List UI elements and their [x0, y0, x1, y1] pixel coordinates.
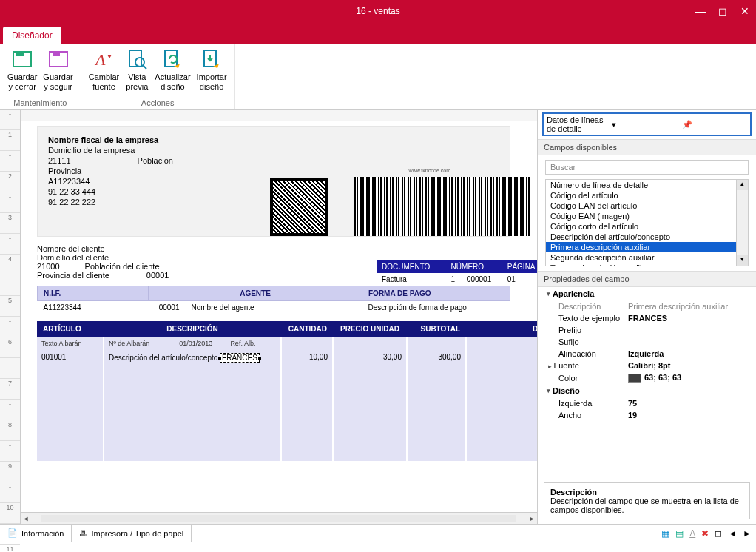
color-swatch-icon: [628, 374, 641, 383]
horizontal-scrollbar[interactable]: ◄►: [21, 512, 537, 524]
ribbon: Guardar y cerrar Guardar y seguir Manten…: [0, 44, 756, 110]
save-close-icon: [10, 47, 34, 71]
refresh-icon: [161, 47, 184, 71]
available-fields-title: Campos disponibles: [538, 139, 756, 155]
prop-font[interactable]: Calibri; 8pt: [625, 360, 750, 371]
properties-grid: ▾Apariencia DescripciónPrimera descripci…: [538, 287, 756, 478]
ribbon-group-maintenance: Mantenimiento: [4, 97, 76, 109]
prop-example[interactable]: FRANCES: [625, 312, 750, 324]
preview-icon: [125, 47, 149, 71]
svg-line-7: [143, 65, 146, 69]
bottom-tabstrip: 📄 Información 🖶 Impresora / Tipo de pape…: [0, 524, 756, 542]
window-title: 16 - ventas: [0, 6, 756, 16]
tool-icon[interactable]: ▦: [661, 528, 669, 539]
minimize-button[interactable]: —: [689, 0, 712, 22]
prop-suffix[interactable]: [625, 336, 750, 348]
fields-listbox[interactable]: Número de línea de detalleCódigo del art…: [545, 179, 749, 266]
company-address: Domicilio de la empresa: [48, 146, 499, 155]
field-item[interactable]: Código del artículo: [546, 190, 748, 201]
tab-designer[interactable]: Diseñador: [3, 27, 61, 44]
maximize-button[interactable]: ◻: [712, 0, 734, 22]
ribbon-group-actions: Acciones: [86, 97, 230, 109]
prop-left[interactable]: 75: [625, 397, 750, 409]
field-item[interactable]: Tercera descripción auxiliar: [546, 263, 748, 266]
import-design-button[interactable]: Importar diseño: [194, 46, 230, 97]
prop-width[interactable]: 19: [625, 409, 750, 421]
import-icon: [200, 47, 223, 71]
svg-rect-8: [165, 50, 177, 67]
printer-icon: 🖶: [79, 529, 87, 538]
field-item[interactable]: Código EAN (imagen): [546, 211, 748, 221]
company-card: Nombre fiscal de la empresa Domicilio de…: [37, 126, 510, 237]
preview-button[interactable]: Vista previa: [122, 46, 152, 97]
tool-icon[interactable]: ✖: [701, 528, 709, 539]
save-close-button[interactable]: Guardar y cerrar: [4, 46, 40, 97]
scrollbar[interactable]: ▴▾: [736, 180, 748, 266]
tab-printer[interactable]: 🖶 Impresora / Tipo de papel: [72, 525, 192, 542]
field-item[interactable]: Código corto del artículo: [546, 221, 748, 232]
document-header-table: DOCUMENTONÚMEROPÁGINA Factura100000101: [377, 260, 537, 286]
save-continue-icon: [47, 47, 70, 71]
agent-table: N.I.F. AGENTE FORMA DE PAGO A11223344 00…: [37, 286, 510, 314]
prop-align[interactable]: Izquierda: [625, 348, 750, 360]
detail-lines-table: ARTÍCULO DESCRIPCIÓN CANTIDAD PRECIO UNI…: [37, 321, 537, 461]
selected-field[interactable]: FRANCES: [220, 353, 260, 363]
change-font-button[interactable]: A Cambiar fuente: [86, 46, 123, 97]
side-panel: Datos de líneas de detalle ▾ 📌 Campos di…: [537, 110, 756, 524]
description-box: Descripción Descripción del campo que se…: [544, 482, 750, 519]
vertical-ruler: -1-2 -3-4 -5-6 -7-8 -9-10 -11-12 -13-14: [0, 110, 21, 524]
tool-arrow-right-icon[interactable]: ►: [743, 528, 752, 539]
barcode-caption: www.tkbcode.com: [409, 168, 450, 173]
company-name: Nombre fiscal de la empresa: [48, 135, 499, 144]
pin-icon[interactable]: 📌: [682, 120, 747, 129]
save-continue-button[interactable]: Guardar y seguir: [40, 46, 75, 97]
svg-rect-3: [53, 52, 60, 56]
field-item[interactable]: Código EAN del artículo: [546, 201, 748, 211]
field-item[interactable]: Descripción del artículo/concepto: [546, 232, 748, 242]
data-source-combo[interactable]: Datos de líneas de detalle ▾ 📌: [542, 112, 752, 136]
design-canvas[interactable]: Régimen especial del criterio de caja No…: [21, 121, 537, 512]
tool-arrow-left-icon[interactable]: ◄: [728, 528, 737, 539]
client-name: Nombre del cliente: [37, 244, 510, 253]
field-item[interactable]: Segunda descripción auxiliar: [546, 252, 748, 263]
ribbon-tabstrip: Diseñador: [0, 22, 756, 44]
barcode-icon: [354, 177, 532, 236]
section-appearance[interactable]: ▾Apariencia: [544, 287, 750, 300]
tool-icon[interactable]: A: [689, 528, 695, 539]
field-item[interactable]: Número de línea de detalle: [546, 180, 748, 190]
svg-rect-1: [16, 52, 24, 56]
svg-text:A: A: [94, 50, 106, 69]
client-block: Nombre del cliente Domicilio del cliente…: [37, 244, 510, 280]
bottom-toolbar: ▦ ▤ A ✖ ◻ ◄ ►: [657, 528, 756, 539]
title-bar: 16 - ventas — ◻ ✕: [0, 0, 756, 22]
section-design[interactable]: ▾Diseño: [544, 384, 750, 397]
info-icon: 📄: [7, 528, 18, 538]
close-button[interactable]: ✕: [734, 0, 756, 22]
field-item[interactable]: Primera descripción auxiliar: [546, 242, 748, 252]
refresh-design-button[interactable]: Actualizar diseño: [152, 46, 193, 97]
qr-code-icon: [270, 178, 328, 236]
tab-information[interactable]: 📄 Información: [0, 525, 72, 542]
prop-prefix[interactable]: [625, 324, 750, 336]
tool-icon[interactable]: ◻: [715, 528, 722, 539]
search-input[interactable]: Buscar: [545, 160, 749, 175]
field-properties-title: Propiedades del campo: [538, 271, 756, 287]
font-icon: A: [92, 47, 116, 71]
horizontal-ruler: [21, 110, 537, 121]
tool-icon[interactable]: ▤: [675, 528, 684, 539]
prop-color[interactable]: 63; 63; 63: [625, 371, 750, 384]
chevron-down-icon: ▾: [612, 120, 677, 129]
